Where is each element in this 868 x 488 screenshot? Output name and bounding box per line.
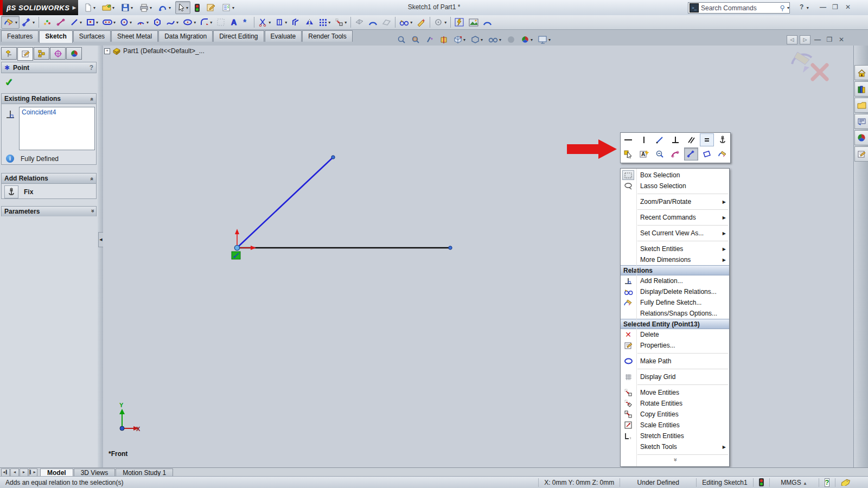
- zoom-fit-button[interactable]: [395, 33, 408, 46]
- collapse-chevron-icon[interactable]: «: [89, 177, 95, 179]
- ellipse-button[interactable]: ▾: [181, 16, 198, 29]
- make-equal-button[interactable]: [700, 133, 714, 146]
- dimension-lines-button[interactable]: [54, 16, 68, 29]
- relations-listbox[interactable]: Coincident4: [19, 107, 95, 150]
- minimize-button[interactable]: —: [816, 3, 829, 11]
- caret-icon[interactable]: ▾: [113, 20, 116, 25]
- expand-chevron-icon[interactable]: «: [89, 210, 95, 213]
- tab-scroll-next-button[interactable]: ►: [20, 468, 28, 477]
- fully-define-sketch-context-button[interactable]: [716, 147, 730, 160]
- caret-icon[interactable]: ▾: [93, 5, 95, 10]
- arc-tool-icon[interactable]: [366, 16, 380, 29]
- zoom-to-selection-button[interactable]: [653, 147, 667, 160]
- save-button[interactable]: ▾: [119, 1, 135, 14]
- print-button[interactable]: ▾: [137, 1, 154, 14]
- help-button[interactable]: ? ▾: [796, 3, 812, 11]
- caret-icon[interactable]: ▾: [150, 5, 152, 10]
- sketch-pattern-ghost-icon[interactable]: [214, 16, 227, 29]
- motion-study-tab[interactable]: Motion Study 1: [116, 468, 173, 477]
- display-manager-tab[interactable]: [66, 47, 82, 60]
- caret-icon[interactable]: ▾: [344, 20, 347, 25]
- line-button[interactable]: ▾: [68, 16, 84, 29]
- caret-icon[interactable]: ▾: [176, 20, 178, 25]
- menu-item-make-path[interactable]: Make Path: [621, 356, 729, 367]
- annotation-button[interactable]: A: [637, 147, 651, 160]
- menu-item-copy-entities[interactable]: Copy Entities: [621, 409, 729, 420]
- model-tab[interactable]: Model: [40, 468, 73, 477]
- tab-features[interactable]: Features: [1, 30, 39, 42]
- undo-button[interactable]: ▾: [156, 1, 173, 14]
- caret-icon[interactable]: ▾: [481, 37, 483, 42]
- menu-item-more-dimensions[interactable]: More Dimensions▶: [621, 254, 729, 265]
- trim-entities-button[interactable]: ▾: [256, 16, 273, 29]
- arc-button[interactable]: ▾: [134, 16, 151, 29]
- menu-item-sketch-tools[interactable]: Sketch Tools▶: [621, 441, 729, 452]
- 3d-views-tab[interactable]: 3D Views: [74, 468, 115, 477]
- caret-icon[interactable]: ▾: [499, 37, 501, 42]
- caret-icon[interactable]: ▾: [328, 20, 330, 25]
- sketch-text-button[interactable]: A: [227, 16, 240, 29]
- menu-item-lasso-selection[interactable]: Lasso Selection: [621, 181, 729, 191]
- parameters-header[interactable]: Parameters «: [2, 207, 96, 216]
- rebuild-traffic-light-icon[interactable]: [193, 1, 202, 14]
- caret-icon[interactable]: ▾: [444, 20, 446, 25]
- collapse-chevron-icon[interactable]: «: [89, 98, 95, 100]
- close-button[interactable]: ✕: [842, 3, 854, 11]
- design-library-icon[interactable]: [854, 98, 868, 113]
- next-window-button[interactable]: ▷: [800, 35, 810, 44]
- caret-icon[interactable]: ▾: [186, 5, 188, 10]
- hide-show-items-button[interactable]: ▾: [486, 33, 503, 46]
- arc-tool2-icon[interactable]: [481, 16, 494, 29]
- tab-scroll-last-button[interactable]: ▍►: [29, 468, 37, 477]
- menu-expand-button[interactable]: «: [621, 457, 729, 465]
- offset-entities-button[interactable]: [289, 16, 303, 29]
- caret-icon[interactable]: ▾: [232, 5, 234, 10]
- make-vertical-button[interactable]: [637, 133, 651, 146]
- repair-sketch-button[interactable]: +: [414, 16, 428, 29]
- existing-relations-header[interactable]: Existing Relations «: [2, 94, 96, 104]
- tab-data-migration[interactable]: Data Migration: [158, 30, 213, 42]
- caret-icon[interactable]: ▾: [269, 20, 271, 25]
- resources-icon[interactable]: [854, 81, 868, 97]
- caret-icon[interactable]: ▾: [96, 20, 98, 25]
- tab-surfaces[interactable]: Surfaces: [73, 30, 111, 42]
- quick-snaps-button[interactable]: ▾: [432, 16, 449, 29]
- sketch-picture-button[interactable]: [467, 16, 481, 29]
- sketch-points-button[interactable]: [41, 16, 54, 29]
- status-units-selector[interactable]: MMGS ▲: [769, 478, 819, 487]
- property-manager-tab[interactable]: [17, 47, 33, 61]
- menu-item-fully-define-sketch[interactable]: Fully Define Sketch...: [621, 297, 729, 308]
- horizontal-dimension-button[interactable]: [700, 147, 714, 160]
- display-delete-relations-button[interactable]: ▾: [397, 16, 414, 29]
- menu-item-recent-commands[interactable]: Recent Commands▶: [621, 212, 729, 223]
- prev-window-button[interactable]: ◁: [787, 35, 797, 44]
- select-other-button[interactable]: [621, 147, 635, 160]
- make-fix-button[interactable]: [716, 133, 730, 146]
- file-explorer-icon[interactable]: [854, 114, 868, 129]
- linear-sketch-pattern-button[interactable]: ▾: [316, 16, 333, 29]
- property-help-icon[interactable]: ?: [90, 64, 93, 72]
- options-button[interactable]: ▾: [220, 1, 237, 14]
- mirror-entities-button[interactable]: [303, 16, 316, 29]
- doc-restore-button[interactable]: ❐: [825, 36, 834, 44]
- tab-scroll-prev-button[interactable]: ◄: [10, 468, 19, 477]
- convert-entities-button[interactable]: ▾: [273, 16, 289, 29]
- ok-checkmark-button[interactable]: ✓: [4, 75, 14, 88]
- display-style-button[interactable]: ▾: [469, 33, 485, 46]
- custom-properties-icon[interactable]: [854, 146, 868, 162]
- section-view-button[interactable]: [437, 33, 450, 46]
- select-button[interactable]: ▾: [175, 1, 190, 14]
- caret-icon[interactable]: ▾: [410, 20, 412, 25]
- view-orientation-button[interactable]: ▾: [451, 33, 468, 46]
- search-icon[interactable]: ⚲: [780, 4, 785, 12]
- previous-view-button[interactable]: [423, 33, 436, 46]
- caret-icon[interactable]: ▾: [33, 20, 35, 25]
- caret-icon[interactable]: ▾: [146, 20, 149, 25]
- circle-button[interactable]: ▾: [118, 16, 134, 29]
- straight-slot-button[interactable]: ▾: [100, 16, 118, 29]
- display-relations-button[interactable]: [668, 147, 682, 160]
- search-input[interactable]: Search Commands: [701, 4, 780, 12]
- menu-item-set-current-view[interactable]: Set Current View As...▶: [621, 228, 729, 239]
- menu-item-zoom-pan-rotate[interactable]: Zoom/Pan/Rotate▶: [621, 196, 729, 207]
- menu-item-rotate-entities[interactable]: Rotate Entities: [621, 398, 729, 409]
